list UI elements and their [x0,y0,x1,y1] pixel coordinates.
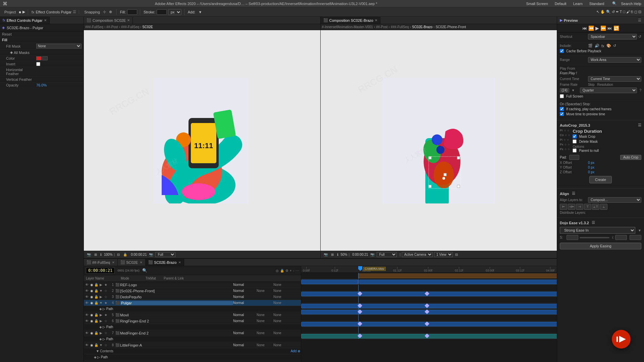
layer-row-7[interactable]: 👁 ◉ 🔒 ▶ ☆ 7 ⬛ MedFinger-End 2 Normal Non… [84,330,301,336]
eye-icon-1[interactable]: 👁 [85,283,89,287]
solo-icon-8[interactable]: ◉ [89,343,94,347]
add-label-8[interactable]: Add ⊕ [290,349,300,353]
right-quality-select[interactable]: FullHalfQuarter [377,252,397,257]
point-radio-1[interactable]: ○ [564,129,566,132]
left-viewer-cam-icon[interactable]: 📷 [86,252,92,257]
roto-tool-icon[interactable]: ⊡ [638,10,641,14]
timeline-tab-sc02e[interactable]: ⬛ SC02E ✕ [118,259,146,266]
preview-next-frame-btn[interactable]: ⏩ [600,25,606,31]
star-icon-5[interactable]: ★ [103,313,108,317]
comp-brazo-tab[interactable]: ⬛ Composition SC02E-Brazo ✕ [321,17,380,24]
small-screen-btn[interactable]: Small Screen [525,2,549,6]
left-viewer-expand-icon[interactable]: ⊟ [116,252,121,257]
preview-to-end-btn[interactable]: ⏭ [607,25,612,31]
lock-icon-4[interactable]: 🔒 [94,301,99,305]
right-input[interactable]: 33 [630,235,641,240]
solo-icon-3[interactable]: ◉ [89,295,94,299]
right-viewer-expand2-icon[interactable]: ⊟ [454,252,459,257]
expand-icon-8[interactable]: ▼ [99,343,103,347]
include-video-icon[interactable]: 🎬 [588,44,593,48]
stroke-unit[interactable]: px [168,9,181,15]
learn-btn[interactable]: Learn [572,2,584,6]
align-right-btn[interactable]: ⊣ [576,204,583,210]
stroke-input[interactable] [157,9,167,15]
point-radio-4[interactable]: ○ [568,133,570,137]
search-layers-btn[interactable]: 🔍 [142,268,147,273]
effect-tab-close-icon[interactable]: ✕ [44,18,47,22]
include-audio-icon[interactable]: 🔊 [595,44,599,48]
eye-icon-6[interactable]: 👁 [85,319,89,323]
eye-icon-8[interactable]: 👁 [85,343,89,347]
left-quality-select[interactable]: FullHalfQuarter [155,252,175,257]
s-slider[interactable] [580,237,609,238]
layer-row-5[interactable]: 👁 ◉ 🔒 ▶ ★ 5 ⬛ Movil Normal None None [84,312,301,318]
i-input[interactable]: 90 [615,235,627,240]
ease-type-select[interactable]: Strong Ease In [560,227,635,234]
star-icon-8[interactable]: ☆ [103,343,108,347]
color-swatch-red[interactable] [36,56,42,60]
fullscreen-checkbox[interactable] [560,94,564,98]
zoom-tool-icon[interactable]: 🔍 [606,10,611,14]
comp-sc02e-tab[interactable]: ⬛ Composition SC02E ✕ [84,17,133,24]
brazo-tab-close-icon[interactable]: ✕ [178,261,181,264]
preview-play-btn[interactable]: ▶ [595,25,599,31]
fill-mask-select[interactable]: None All Masks [36,44,82,49]
fill-input[interactable] [127,9,137,15]
point-radio-2[interactable]: ○ [567,129,569,132]
eye-icon-7[interactable]: 👁 [85,331,89,335]
layer-solo-icon[interactable]: ◎ [276,269,279,273]
layer-remove-icon[interactable]: - [293,269,294,273]
mask-crop-checkbox[interactable] [573,134,577,138]
align-menu-icon[interactable]: ☰ [572,191,575,196]
lock-icon-8[interactable]: 🔒 [94,343,99,347]
layer-row-4-path[interactable]: ◈ ▷ Path [84,306,301,312]
align-hcenter-btn[interactable]: ⊣⊢ [568,204,575,210]
solo-icon-5[interactable]: ◉ [89,313,94,317]
layer-add-icon[interactable]: + [290,269,292,273]
snapping-btn[interactable]: Snapping [83,9,102,15]
right-viewer-close-icon[interactable]: ✕ [375,18,377,22]
star-icon-7[interactable]: ☆ [103,331,108,335]
fps-value[interactable]: (24) [560,88,569,93]
solo-icon-4[interactable]: ◉ [89,301,94,305]
current-time-select[interactable]: Current Time [588,76,641,82]
star-icon-3[interactable]: ☆ [103,295,108,299]
text-tool-icon[interactable]: T [620,10,622,14]
sc02e-tab-close-icon[interactable]: ✕ [140,261,143,264]
timeline-tab-fullseq[interactable]: ⬛ ##-FullSeq ✕ [84,259,118,266]
paint-tool-icon[interactable]: 🖌 [626,10,630,14]
s-input[interactable]: 0 [567,235,578,240]
resolution-select[interactable]: QuarterHalfFull [580,87,637,93]
shortcut-refresh-icon[interactable]: ↺ [638,35,641,39]
lock-icon-3[interactable]: 🔒 [94,295,99,299]
expand-icon-3[interactable]: ▶ [99,295,103,299]
point-radio-6[interactable]: ○ [567,138,569,141]
preview-loop-btn[interactable]: 🔁 [613,25,619,31]
range-select[interactable]: Work Area [588,57,641,63]
star-icon-6[interactable]: ☆ [103,319,108,323]
left-viewer-lock-icon[interactable]: 🔒 [122,252,128,257]
if-caching-checkbox[interactable] [560,107,564,111]
layer-row-6[interactable]: 👁 ◉ 🔒 ▶ ☆ 6 ⬛ RingFinger-End 2 Normal No… [84,318,301,324]
point-radio-3[interactable]: ○ [565,133,567,137]
left-viewer-grid-icon[interactable]: ⊞ [93,252,98,257]
timeline-tab-brazo[interactable]: ⬛ SC02E-Brazo ✕ [146,259,184,266]
apply-easing-button[interactable]: Apply Easing [560,243,641,249]
right-viewer-info-icon[interactable]: ℹ [336,252,339,257]
layer-row-8-path[interactable]: ◈ ▷ Path [84,354,301,360]
left-viewer-cam2-icon[interactable]: 📷 [148,252,154,257]
point-radio-9[interactable]: ○ [565,147,567,151]
align-left-btn[interactable]: ⊢ [560,204,567,210]
solo-icon-2[interactable]: ◉ [89,289,94,293]
dojo-menu-icon[interactable]: ☰ [592,221,595,225]
lock-icon-1[interactable]: 🔒 [94,283,99,287]
right-viewer-grid-icon[interactable]: ⊞ [330,252,335,257]
create-button[interactable]: Create [589,176,612,183]
lock-icon-7[interactable]: 🔒 [94,331,99,335]
point-radio-8[interactable]: ○ [568,143,570,146]
layer-row-3[interactable]: 👁 ◉ 🔒 ▶ ☆ 3 ⬛ DedoPequño Normal None [84,294,301,300]
expand-icon-2[interactable]: ▼ [99,289,103,293]
layer-settings-icon[interactable]: ⚙ [285,269,288,273]
expand-icon-5[interactable]: ▶ [99,313,103,317]
align-to-select[interactable]: Composit... [588,197,641,203]
